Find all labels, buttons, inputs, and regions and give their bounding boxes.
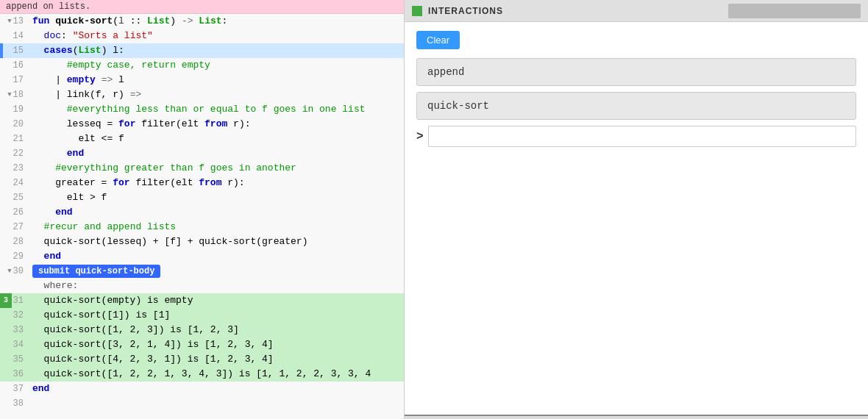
line-number: 28 [0, 234, 29, 249]
header-decoration [728, 4, 861, 18]
line-content: quick-sort([4, 2, 3, 1]) is [1, 2, 3, 4] [29, 352, 404, 367]
table-row: 26 end [0, 205, 404, 220]
line-number: 25 [0, 190, 29, 205]
line-content: doc: "Sorts a list" [29, 29, 404, 43]
table-row: 15 cases(List) l: [0, 43, 404, 58]
line-content: #recur and append lists [29, 220, 404, 234]
collapse-icon[interactable]: ▼ [7, 87, 11, 102]
line-number: 32 [0, 308, 29, 323]
table-row: 35 quick-sort([4, 2, 3, 1]) is [1, 2, 3,… [0, 352, 404, 367]
table-row: 27 #recur and append lists [0, 220, 404, 234]
interactions-panel: INTERACTIONS Clear append quick-sort > [405, 0, 868, 419]
line-number: 21 [0, 132, 29, 146]
line-number: ▼ 30 [0, 264, 29, 279]
line-number: 27 [0, 220, 29, 234]
code-editor: append on lists. ▼ 13 fun quick-sort(l :… [0, 0, 405, 419]
line-number: 15 [0, 43, 29, 58]
input-row: > [416, 126, 856, 147]
line-content: elt <= f [29, 132, 404, 146]
collapse-icon[interactable]: ▼ [7, 264, 11, 279]
table-row: 23 #everything greater than f goes in an… [0, 161, 404, 176]
clear-button[interactable]: Clear [416, 31, 460, 49]
table-row: 33 quick-sort([1, 2, 3]) is [1, 2, 3] [0, 323, 404, 337]
table-row: 20 lesseq = for filter(elt from r): [0, 117, 404, 132]
panel-title: INTERACTIONS [428, 6, 503, 16]
table-row: 17 | empty => l [0, 73, 404, 87]
line-content: quick-sort(lesseq) + [f] + quick-sort(gr… [29, 234, 404, 249]
interaction-item-append[interactable]: append [416, 58, 856, 86]
line-content: cases(List) l: [29, 43, 404, 58]
line-number: ▼ 13 [0, 14, 29, 29]
interaction-item-quicksort[interactable]: quick-sort [416, 92, 856, 120]
line-content: quick-sort(empty) is empty [29, 293, 404, 308]
line-number: 38 [0, 396, 29, 411]
table-row: 19 #everything less than or equal to f g… [0, 102, 404, 117]
line-number: 34 [0, 337, 29, 352]
table-row: 34 quick-sort([3, 2, 1, 4]) is [1, 2, 3,… [0, 337, 404, 352]
line-number: 14 [0, 29, 29, 43]
line-content: where: [29, 279, 404, 293]
table-row: 37 end [0, 382, 404, 396]
submit-button[interactable]: submit quick-sort-body [32, 265, 160, 278]
top-bar-text: append on lists. [6, 1, 90, 12]
line-number: 29 [0, 249, 29, 264]
table-row: 25 elt > f [0, 190, 404, 205]
line-content: #everything greater than f goes in anoth… [29, 161, 404, 176]
panel-bottom-border [405, 415, 868, 419]
table-row: 3 31 quick-sort(empty) is empty [0, 293, 404, 308]
repl-input[interactable] [428, 126, 856, 147]
line-number: 36 [0, 367, 29, 382]
line-number: 16 [0, 58, 29, 73]
table-row: 29 end [0, 249, 404, 264]
line-content: lesseq = for filter(elt from r): [29, 117, 404, 132]
prompt-character: > [416, 130, 424, 143]
table-row: 14 doc: "Sorts a list" [0, 29, 404, 43]
table-row: 28 quick-sort(lesseq) + [f] + quick-sort… [0, 234, 404, 249]
line-content: end [29, 146, 404, 161]
table-row: 16 #empty case, return empty [0, 58, 404, 73]
line-number: 22 [0, 146, 29, 161]
line-content: fun quick-sort(l :: List) -> List: [29, 14, 404, 29]
line-number: 31 [0, 293, 29, 308]
line-content: #empty case, return empty [29, 58, 404, 73]
table-row: where: [0, 279, 404, 293]
line-content: quick-sort([3, 2, 1, 4]) is [1, 2, 3, 4] [29, 337, 404, 352]
line-content: #everything less than or equal to f goes… [29, 102, 404, 117]
line-number: 23 [0, 161, 29, 176]
line-number: 19 [0, 102, 29, 117]
table-row: 24 greater = for filter(elt from r): [0, 176, 404, 190]
line-number: 35 [0, 352, 29, 367]
table-row: 36 quick-sort([1, 2, 2, 1, 3, 4, 3]) is … [0, 367, 404, 382]
line-number: 20 [0, 117, 29, 132]
line-content: quick-sort([1, 2, 3]) is [1, 2, 3] [29, 323, 404, 337]
line-number: 26 [0, 205, 29, 220]
table-row: 38 [0, 396, 404, 411]
line-content: end [29, 249, 404, 264]
status-indicator [412, 6, 422, 16]
line-content: end [29, 205, 404, 220]
line-content: | empty => l [29, 73, 404, 87]
line-content: submit quick-sort-body [29, 264, 404, 279]
line-number: 37 [0, 382, 29, 396]
table-row: ▼ 18 | link(f, r) => [0, 87, 404, 102]
line-content: end [29, 382, 404, 396]
table-row: 32 quick-sort([1]) is [1] [0, 308, 404, 323]
collapse-icon[interactable]: ▼ [7, 14, 11, 29]
line-content: elt > f [29, 190, 404, 205]
line-content: quick-sort([1, 2, 2, 1, 3, 4, 3]) is [1,… [29, 367, 404, 382]
line-number: 17 [0, 73, 29, 87]
panel-header: INTERACTIONS [405, 0, 868, 22]
table-row: ▼ 30 submit quick-sort-body [0, 264, 404, 279]
top-bar: append on lists. [0, 0, 404, 14]
line-number: ▼ 18 [0, 87, 29, 102]
line-number: 24 [0, 176, 29, 190]
line-content: quick-sort([1]) is [1] [29, 308, 404, 323]
table-row: 22 end [0, 146, 404, 161]
line-content: | link(f, r) => [29, 87, 404, 102]
code-lines: ▼ 13 fun quick-sort(l :: List) -> List: … [0, 14, 404, 419]
spacer [416, 153, 856, 406]
table-row: ▼ 13 fun quick-sort(l :: List) -> List: [0, 14, 404, 29]
table-row: 21 elt <= f [0, 132, 404, 146]
line-content: greater = for filter(elt from r): [29, 176, 404, 190]
interactions-content: Clear append quick-sort > [405, 22, 868, 415]
